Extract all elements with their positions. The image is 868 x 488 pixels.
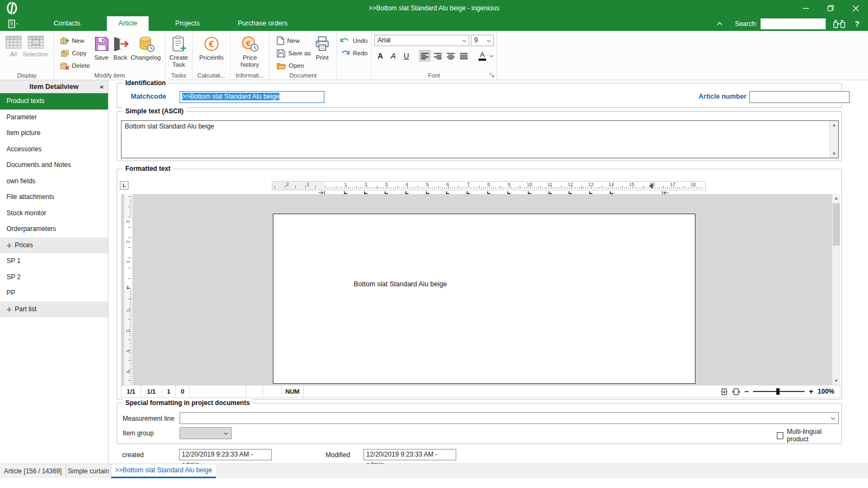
zoom-out-button[interactable]: −	[744, 387, 749, 396]
tab-stop-marker[interactable]	[344, 191, 347, 194]
bold-button[interactable]: A	[374, 50, 386, 62]
sidebar-item-sp2[interactable]: SP 2	[0, 269, 108, 286]
tab-stop-marker[interactable]	[548, 191, 552, 194]
sidebar-item-own-fields[interactable]: own fields	[0, 174, 108, 190]
sidebar-item-file-attachments[interactable]: File attachments	[0, 189, 108, 206]
scroll-up-icon[interactable]: ▲	[830, 121, 838, 129]
font-size-combo[interactable]: 9	[471, 35, 494, 46]
measurement-line-combo[interactable]	[180, 412, 839, 424]
simple-text-scrollbar[interactable]: ▲ ▼	[829, 121, 838, 158]
underline-button[interactable]: U	[400, 50, 412, 62]
tab-stop-marker[interactable]	[405, 191, 409, 194]
copy-item-button[interactable]: Copy	[58, 47, 92, 59]
sidebar-item-stock-monitor[interactable]: Stock monitor	[0, 206, 108, 222]
vruler-margin-section	[124, 217, 132, 290]
document-open-button[interactable]: Open	[275, 59, 313, 72]
sidebar-item-item-picture[interactable]: Item picture	[0, 125, 108, 142]
sidebar-item-part-list[interactable]: +Part list	[0, 301, 108, 318]
font-name-combo[interactable]: Arial	[374, 35, 469, 46]
document-save-as-button[interactable]: Save as	[275, 47, 313, 59]
changelog-button[interactable]: Changelog	[131, 34, 161, 61]
tab-stop-marker[interactable]	[487, 191, 490, 194]
zoom-in-button[interactable]: +	[809, 387, 813, 396]
sidebar-item-parameter[interactable]: Parameter	[0, 110, 108, 126]
delete-item-button[interactable]: Delete	[58, 59, 92, 72]
close-button[interactable]	[843, 0, 868, 16]
minimize-button[interactable]	[793, 0, 818, 16]
restore-button[interactable]	[818, 0, 843, 16]
search-input[interactable]	[761, 18, 826, 29]
article-number-input[interactable]	[749, 91, 850, 103]
formatted-text-editor[interactable]: 3211234 Bottom slat Standard Alu beige ▲…	[121, 194, 840, 385]
horizontal-ruler[interactable]: 21123456789101112131415161718	[272, 181, 706, 190]
tab-stop-marker[interactable]	[528, 191, 531, 194]
display-all-button[interactable]: All	[5, 34, 22, 58]
fit-page-icon[interactable]	[720, 388, 728, 395]
tab-stop-marker[interactable]	[507, 191, 510, 194]
left-margin-marker[interactable]	[318, 190, 325, 195]
scrollbar-thumb[interactable]	[833, 203, 840, 246]
justify-button[interactable]	[458, 50, 470, 62]
tab-article[interactable]: Article	[107, 16, 149, 31]
tab-type-selector-button[interactable]: L	[120, 181, 129, 190]
tab-purchase-orders[interactable]: Purchase orders	[226, 16, 299, 31]
align-center-button[interactable]	[445, 50, 457, 62]
item-group-combo[interactable]	[180, 427, 232, 439]
tab-stop-marker[interactable]	[569, 191, 572, 194]
vertical-ruler[interactable]: 3211234	[124, 194, 132, 385]
scroll-down-icon[interactable]: ▼	[832, 377, 840, 385]
redo-button[interactable]: Redo	[338, 47, 370, 59]
align-left-button[interactable]	[419, 50, 431, 62]
open-document-tab[interactable]: >>Bottom slat Standard Alu beige	[111, 464, 216, 478]
sidebar-item-pp[interactable]: PP	[0, 285, 108, 301]
right-margin-marker[interactable]	[662, 190, 669, 195]
tab-stop-marker[interactable]	[385, 191, 388, 194]
zoom-slider-handle[interactable]	[776, 388, 780, 395]
scroll-down-icon[interactable]: ▼	[830, 150, 838, 158]
tab-contacts[interactable]: Contacts	[42, 16, 92, 31]
application-menu-button[interactable]	[0, 16, 27, 31]
fit-width-icon[interactable]	[732, 388, 740, 395]
sidebar-item-product-texts[interactable]: Product texts	[0, 93, 108, 110]
priceinfo-button[interactable]: € Priceinfo	[199, 34, 224, 61]
price-history-button[interactable]: € Price history	[241, 34, 259, 68]
tab-stop-marker[interactable]	[446, 191, 449, 194]
tab-stop-marker[interactable]	[426, 191, 429, 194]
tab-stop-marker[interactable]	[467, 191, 470, 194]
document-new-button[interactable]: New	[275, 34, 313, 47]
sidebar-item-prices[interactable]: +Prices	[0, 237, 108, 254]
multilingual-checkbox[interactable]	[777, 432, 783, 439]
simple-text-textarea[interactable]: Bottom slat Standard Alu beige ▲ ▼	[121, 120, 839, 158]
display-selection-button[interactable]: Selection	[23, 34, 48, 58]
binoculars-search-icon[interactable]	[833, 19, 845, 29]
matchcode-input[interactable]: >>Bottom slat Standard Alu beige	[180, 91, 324, 103]
collapse-ribbon-icon[interactable]	[717, 22, 731, 25]
tab-stop-marker[interactable]	[610, 191, 613, 194]
tab-projects[interactable]: Projects	[164, 16, 211, 31]
sidebar-item-accessories[interactable]: Accessories	[0, 142, 108, 158]
font-color-button[interactable]: A	[476, 50, 488, 62]
back-button[interactable]: Back	[111, 34, 130, 61]
tab-stop-marker[interactable]	[589, 191, 592, 194]
create-task-button[interactable]: Create Task	[169, 34, 188, 68]
save-button[interactable]: Save	[93, 34, 110, 61]
redo-icon	[340, 49, 350, 57]
zoom-slider[interactable]	[753, 391, 805, 392]
align-right-button[interactable]	[432, 50, 444, 62]
sidebar-item-documents-and-notes[interactable]: Documents and Notes	[0, 157, 108, 174]
collapse-sidebar-icon[interactable]: «	[100, 80, 104, 93]
italic-button[interactable]: A	[387, 50, 399, 62]
font-color-dropdown-icon[interactable]	[489, 55, 494, 57]
create-task-clipboard-icon	[171, 35, 187, 53]
undo-button[interactable]: Undo	[338, 34, 370, 47]
sidebar-item-sp1[interactable]: SP 1	[0, 253, 108, 269]
top-margin-marker[interactable]	[125, 285, 130, 290]
new-item-button[interactable]: New	[58, 34, 92, 47]
print-button[interactable]: Print	[314, 34, 331, 61]
sidebar-item-orderparameters[interactable]: Orderparameters	[0, 221, 108, 237]
help-icon[interactable]: ?	[852, 20, 863, 28]
editor-scrollbar[interactable]: ▲ ▼	[832, 194, 840, 385]
scroll-up-icon[interactable]: ▲	[832, 194, 840, 202]
document-page[interactable]: Bottom slat Standard Alu beige	[273, 214, 695, 384]
tab-stop-marker[interactable]	[364, 191, 367, 194]
